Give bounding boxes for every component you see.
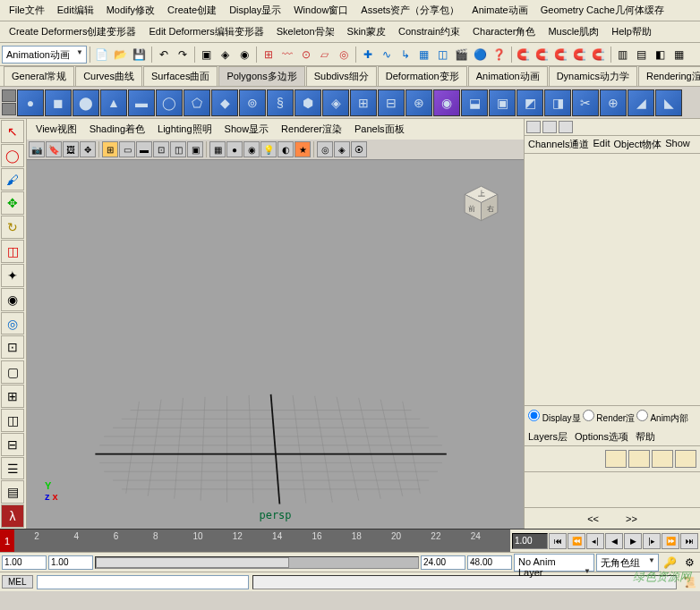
poly-cube-icon[interactable]: ◼ xyxy=(45,89,72,116)
move-layer-up-icon[interactable] xyxy=(605,450,627,468)
open-scene-icon[interactable]: 📂 xyxy=(112,46,130,64)
vp-textured-icon[interactable]: ◉ xyxy=(243,141,260,157)
prev-key-icon[interactable]: ◂| xyxy=(586,533,604,549)
rp-align1-icon[interactable] xyxy=(526,121,541,133)
tab-show[interactable]: Show xyxy=(665,138,690,151)
new-scene-icon[interactable]: 📄 xyxy=(93,46,111,64)
poly-cylinder-icon[interactable]: ⬤ xyxy=(73,89,99,116)
shelf-tab-general[interactable]: General常规 xyxy=(4,66,74,86)
menu-geocache[interactable]: Geometry Cache几何体缓存 xyxy=(535,2,670,19)
menu-create-deformers[interactable]: Create Deformers创建变形器 xyxy=(4,23,141,40)
poly-crease-icon[interactable]: ◣ xyxy=(655,89,682,116)
playback-end-field[interactable] xyxy=(421,555,465,570)
layer-menu-layers[interactable]: Layers层 xyxy=(528,430,568,444)
output-icon[interactable]: ▦ xyxy=(415,46,433,64)
curve-tool-icon[interactable]: ∿ xyxy=(378,46,396,64)
poly-sphere-icon[interactable]: ● xyxy=(17,89,44,116)
workspace-dropdown[interactable]: Animation动画 xyxy=(2,46,87,64)
construction-icon[interactable]: ◫ xyxy=(434,46,452,64)
two-stack-icon[interactable]: ⊟ xyxy=(1,433,24,456)
poly-platonic-icon[interactable]: ◈ xyxy=(322,89,349,116)
snap-grid-icon[interactable]: ⊞ xyxy=(260,46,277,64)
step-back-icon[interactable]: ⏪ xyxy=(568,533,585,549)
vp-film-gate-icon[interactable]: ▭ xyxy=(119,141,135,157)
current-frame-marker[interactable]: 1 xyxy=(0,530,14,552)
select-object-icon[interactable]: ◈ xyxy=(217,46,235,64)
help-icon[interactable]: ❓ xyxy=(491,46,508,64)
viewport-3d[interactable]: 上 前 右 Y z x persp xyxy=(27,160,524,529)
menu-modify[interactable]: Modify修改 xyxy=(101,2,160,19)
radio-render[interactable]: Render渲 xyxy=(583,410,636,425)
anim-end-field[interactable] xyxy=(467,555,512,570)
layer-menu-options[interactable]: Options选项 xyxy=(575,430,628,444)
poly-append-icon[interactable]: ◩ xyxy=(516,89,543,116)
undo-icon[interactable]: ↶ xyxy=(155,46,173,64)
magnet3-icon[interactable]: 🧲 xyxy=(552,46,570,64)
poly-pyramid-icon[interactable]: ◆ xyxy=(211,89,238,116)
vp-highquality-icon[interactable]: ★ xyxy=(295,141,311,157)
radio-anim[interactable]: Anim内部 xyxy=(636,410,688,425)
persp-graph-icon[interactable]: ▤ xyxy=(1,480,24,504)
vp-grid-icon[interactable]: ⊞ xyxy=(102,141,118,157)
shelf-tab-dynamics[interactable]: Dynamics动力学 xyxy=(549,66,637,86)
poly-cut-icon[interactable]: ✂ xyxy=(572,89,599,116)
tab-channels[interactable]: Channels通道 xyxy=(528,138,589,151)
vp-menu-shading[interactable]: Shading着色 xyxy=(84,121,150,138)
radio-display[interactable]: Display显 xyxy=(528,410,581,425)
range-thumb[interactable] xyxy=(96,557,289,568)
vp-safe-title-icon[interactable]: ▣ xyxy=(187,141,203,157)
vp-menu-renderer[interactable]: Renderer渲染 xyxy=(276,121,347,138)
menu-skeleton[interactable]: Skeleton骨架 xyxy=(271,23,340,40)
menu-assets[interactable]: Assets资产（分享包） xyxy=(355,2,465,19)
layout3-icon[interactable]: ◧ xyxy=(652,46,670,64)
menu-help[interactable]: Help帮助 xyxy=(606,23,657,40)
outliner-view-icon[interactable]: ☰ xyxy=(1,457,24,480)
last-tool-icon[interactable]: ⊡ xyxy=(1,335,24,359)
menu-display[interactable]: Display显示 xyxy=(224,2,286,19)
menu-muscle[interactable]: Muscle肌肉 xyxy=(542,23,604,40)
vp-2d-pan-icon[interactable]: ✥ xyxy=(80,141,96,157)
play-forward-icon[interactable]: ▶ xyxy=(624,533,642,549)
magnet2-icon[interactable]: 🧲 xyxy=(534,46,551,64)
snap-plane-icon[interactable]: ▱ xyxy=(316,46,334,64)
lasso-tool-icon[interactable]: ◯ xyxy=(1,144,24,167)
shelf-tab-curves[interactable]: Curves曲线 xyxy=(75,66,142,86)
current-time-field[interactable] xyxy=(512,533,548,549)
shelf-trash-icon[interactable] xyxy=(2,103,16,115)
playback-start-field[interactable] xyxy=(48,555,93,570)
vp-menu-show[interactable]: Show显示 xyxy=(219,121,275,138)
vp-bookmark-icon[interactable]: 🔖 xyxy=(46,141,62,157)
move-layer-down-icon[interactable] xyxy=(628,450,650,468)
poly-extrude-icon[interactable]: ⬓ xyxy=(461,89,488,116)
vp-safe-action-icon[interactable]: ◫ xyxy=(170,141,186,157)
rp-align3-icon[interactable] xyxy=(559,121,573,133)
vp-light-icon[interactable]: 💡 xyxy=(260,141,277,157)
input-icon[interactable]: ↳ xyxy=(397,46,414,64)
select-tool-icon[interactable]: ↖ xyxy=(1,120,24,143)
menu-skin[interactable]: Skin蒙皮 xyxy=(342,23,391,40)
fast-fwd-icon[interactable]: ⏭ xyxy=(680,533,698,549)
poly-merge-icon[interactable]: ⊕ xyxy=(600,89,627,116)
show-manip-icon[interactable]: ◎ xyxy=(1,312,24,335)
poly-split-icon[interactable]: ◨ xyxy=(544,89,571,116)
script-lang-button[interactable]: MEL xyxy=(2,575,33,589)
four-view-icon[interactable]: ⊞ xyxy=(1,385,24,408)
vp-image-plane-icon[interactable]: 🖼 xyxy=(63,141,79,157)
poly-bridge-icon[interactable]: ▣ xyxy=(489,89,516,116)
next-key-icon[interactable]: |▸ xyxy=(643,533,661,549)
poly-smooth-icon[interactable]: ◉ xyxy=(433,89,460,116)
shelf-tab-deformation[interactable]: Deformation变形 xyxy=(378,66,467,86)
shelf-menu-icon[interactable] xyxy=(2,89,16,102)
layout2-icon[interactable]: ▤ xyxy=(633,46,651,64)
play-back-icon[interactable]: ◀ xyxy=(605,533,623,549)
shelf-tab-animation[interactable]: Animation动画 xyxy=(468,66,548,86)
vp-shadow-icon[interactable]: ◐ xyxy=(277,141,294,157)
vp-res-gate-icon[interactable]: ▬ xyxy=(136,141,152,157)
step-fwd-icon[interactable]: ⏩ xyxy=(662,533,679,549)
ipr-icon[interactable]: 🔵 xyxy=(472,46,490,64)
select-component-icon[interactable]: ◉ xyxy=(235,46,253,64)
two-side-icon[interactable]: ◫ xyxy=(1,409,24,432)
scale-tool-icon[interactable]: ◫ xyxy=(1,240,24,263)
vp-xray-icon[interactable]: ◈ xyxy=(334,141,350,157)
anim-start-field[interactable] xyxy=(2,555,47,570)
